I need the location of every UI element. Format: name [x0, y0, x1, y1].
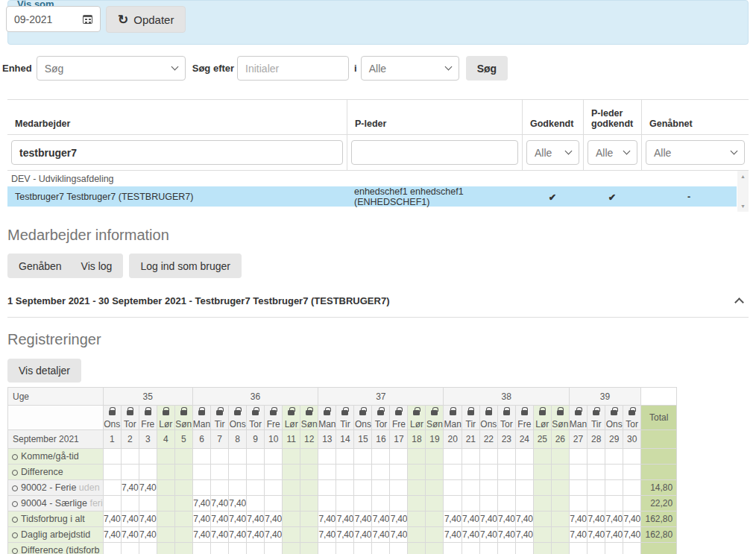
vis-log-button[interactable]: Vis log [72, 254, 124, 278]
row-label[interactable]: Daglig arbejdstid [8, 527, 104, 543]
row-label[interactable]: 90002 - Ferie uden [8, 480, 104, 496]
value-cell [192, 480, 210, 496]
lock-icon [163, 410, 169, 415]
value-cell: 7,40 [229, 511, 247, 527]
scroll-down-icon[interactable]: ▼ [737, 204, 749, 209]
day-name: Søn [300, 419, 318, 429]
calendar-row: Difference (tidsforb [8, 543, 677, 554]
value-cell [372, 465, 390, 480]
day-header: Søn [300, 406, 318, 430]
calendar-icon [83, 15, 92, 24]
lock-icon [413, 410, 420, 415]
period-collapse-bar[interactable]: 1 September 2021 - 30 September 2021 - T… [7, 291, 749, 318]
list-scrollbar[interactable]: ▲ ▼ [737, 171, 749, 212]
update-button[interactable]: ↻ Opdater [106, 6, 186, 33]
value-cell: 7,40 [372, 527, 390, 543]
godkendt-check-icon: ✔ [522, 192, 583, 203]
value-cell [174, 465, 192, 480]
day-name: Lør [157, 419, 174, 429]
value-cell: 7,40 [265, 527, 283, 543]
value-cell [390, 496, 408, 511]
log-ind-som-bruger-button[interactable]: Log ind som bruger [129, 254, 242, 278]
pleder-filter-input[interactable] [351, 140, 518, 165]
enhed-select[interactable]: Søg [37, 56, 186, 81]
pleder-godkendt-check-icon: ✔ [583, 192, 641, 203]
value-cell: 7,40 [103, 511, 121, 527]
value-cell [318, 465, 336, 480]
day-header: Tor [247, 406, 265, 430]
value-cell [318, 449, 336, 465]
search-button[interactable]: Søg [466, 56, 508, 81]
value-cell: 7,40 [247, 527, 265, 543]
value-cell: 7,40 [588, 527, 605, 543]
date-cell: 10 [265, 430, 283, 449]
value-cell [121, 465, 139, 480]
medarbejder-filter-input[interactable] [11, 140, 343, 165]
day-header: Tor [121, 406, 139, 430]
value-cell: 7,40 [605, 511, 623, 527]
value-cell: 7,40 [139, 511, 157, 527]
row-label[interactable]: 90004 - Særlige feri [8, 496, 104, 511]
row-total: 14,80 [641, 480, 677, 496]
value-cell [192, 449, 210, 465]
row-label[interactable]: Difference [8, 465, 104, 480]
vis-detaljer-button[interactable]: Vis detaljer [7, 359, 81, 383]
value-cell [174, 496, 192, 511]
month-picker-input[interactable]: 09-2021 [6, 6, 101, 32]
lock-icon [485, 410, 492, 415]
week-row: Uge3536373839 [8, 388, 677, 406]
initials-input[interactable] [237, 56, 349, 81]
row-total [641, 449, 677, 465]
row-label-truncated: feri [89, 498, 102, 509]
refresh-icon: ↻ [118, 13, 128, 26]
day-header: Lør [157, 406, 174, 430]
row-label[interactable]: Difference (tidsforb [8, 543, 104, 554]
value-cell [623, 480, 641, 496]
employee-table-header: Medarbejder P-leder Godkendt P-leder god… [7, 100, 749, 135]
value-cell [318, 496, 336, 511]
date-cell: 22 [479, 430, 497, 449]
value-cell [588, 496, 605, 511]
lock-icon [539, 410, 546, 415]
row-total: 162,80 [641, 511, 677, 527]
lock-icon [216, 410, 223, 415]
pleder-godkendt-filter-select[interactable]: Alle [588, 140, 637, 165]
employee-row-selected[interactable]: Testbruger7 Testbruger7 (TESTBRUGER7) en… [7, 186, 737, 207]
row-total: 162,80 [641, 527, 677, 543]
day-name: Tor [623, 419, 640, 429]
value-cell [139, 496, 157, 511]
row-label[interactable]: Komme/gå-tid [8, 449, 104, 465]
chevron-up-icon[interactable] [734, 298, 744, 307]
period-panel: Vis som 09-2021 ↻ Opdater [7, 0, 749, 45]
value-cell: 7,40 [336, 527, 354, 543]
lock-icon [145, 410, 151, 415]
row-expand-icon [12, 501, 18, 507]
value-cell [497, 543, 515, 554]
value-cell: 7,40 [318, 511, 336, 527]
day-name: Tor [122, 419, 139, 429]
value-cell: 7,40 [569, 511, 587, 527]
lock-icon [359, 410, 366, 415]
row-label[interactable]: Tidsforbrug i alt [8, 511, 104, 527]
value-cell: 7,40 [247, 511, 265, 527]
day-header: Ons [354, 406, 372, 430]
day-header-spacer [8, 406, 104, 430]
genabnet-filter-select[interactable]: Alle [646, 140, 745, 165]
lock-icon [270, 410, 277, 415]
day-name: Søn [175, 419, 192, 429]
genabnet-value: - [641, 192, 737, 202]
scope-select[interactable]: Alle [361, 56, 459, 81]
value-cell [229, 449, 247, 465]
value-cell [569, 496, 587, 511]
day-name: Tir [336, 419, 353, 429]
enhed-select-value: Søg [45, 63, 64, 75]
update-button-label: Opdater [133, 13, 174, 26]
value-cell [211, 543, 229, 554]
date-cell: 5 [174, 430, 192, 449]
godkendt-filter-value: Alle [535, 147, 552, 159]
genaben-button[interactable]: Genåben [7, 254, 72, 278]
scroll-up-icon[interactable]: ▲ [737, 174, 749, 179]
godkendt-filter-select[interactable]: Alle [526, 140, 579, 165]
value-cell [426, 527, 444, 543]
value-cell [533, 511, 551, 527]
